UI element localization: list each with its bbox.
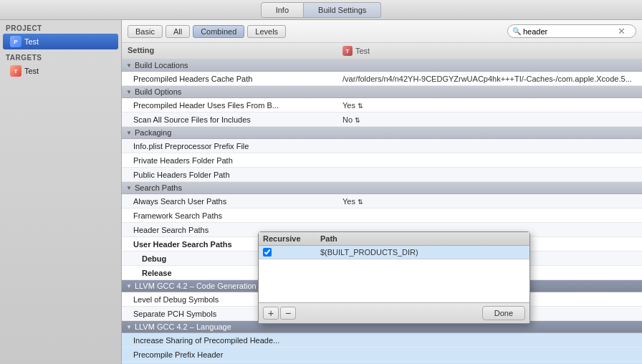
popup-path-0: $(BUILT_PRODUCTS_DIR): [320, 248, 525, 257]
setting-value-infoplist-prefix[interactable]: [337, 145, 642, 148]
section-label-llvm-language: LLVM GCC 4.2 – Language: [135, 322, 231, 331]
section-label-build-locations: Build Locations: [135, 61, 188, 70]
setting-name-infoplist-prefix: Info.plist Preprocessor Prefix File: [122, 140, 337, 152]
setting-value-framework-search[interactable]: [337, 214, 642, 217]
section-label-build-options: Build Options: [135, 87, 181, 96]
setting-value-header-search[interactable]: [337, 229, 642, 231]
filter-row: Basic All Combined Levels 🔍 ✕: [122, 20, 642, 43]
content-area: Basic All Combined Levels 🔍 ✕ Setting T …: [122, 20, 642, 364]
popup-done-button[interactable]: Done: [482, 306, 525, 320]
tab-info[interactable]: Info: [261, 2, 304, 18]
row-infoplist-prefix: Info.plist Preprocessor Prefix File: [122, 139, 642, 153]
triangle-build-locations: ▼: [126, 62, 132, 69]
row-precompile-prefix-header: Precompile Prefix Header: [122, 348, 642, 362]
filter-search-box: 🔍 ✕: [507, 24, 636, 38]
target-icon: T: [10, 65, 21, 77]
popup-table-header: Recursive Path: [259, 232, 530, 246]
th-setting: Setting: [122, 44, 337, 57]
setting-name-precompiled-header-uses: Precompiled Header Uses Files From B...: [122, 100, 337, 111]
setting-name-increase-sharing: Increase Sharing of Precompiled Heade...: [122, 335, 337, 346]
popup-add-button[interactable]: +: [263, 307, 279, 320]
section-search-paths[interactable]: ▼ Search Paths: [122, 182, 642, 194]
filter-clear-button[interactable]: ✕: [618, 26, 626, 37]
sidebar-item-target-test[interactable]: T Test: [0, 63, 121, 79]
th-value: Test: [355, 47, 370, 55]
filter-combined-button[interactable]: Combined: [193, 25, 244, 38]
triangle-search-paths: ▼: [126, 185, 132, 191]
popup-recursive-0: [263, 248, 320, 257]
popup-add-remove-buttons: + −: [263, 307, 296, 320]
sidebar-item-project-test[interactable]: P Test: [3, 34, 118, 49]
setting-value-increase-sharing[interactable]: [337, 339, 642, 342]
sidebar: PROJECT P Test TARGETS T Test: [0, 20, 122, 364]
th-test: T Test: [337, 44, 375, 57]
setting-name-public-headers: Public Headers Folder Path: [122, 169, 337, 181]
popup-overlay: Recursive Path $(BUILT_PRODUCTS_DIR) + −…: [258, 231, 530, 324]
filter-levels-button[interactable]: Levels: [247, 25, 286, 38]
project-icon: P: [10, 36, 21, 47]
row-precompiled-header-uses-files: Precompiled Header Uses Files From B... …: [122, 98, 642, 112]
section-build-locations[interactable]: ▼ Build Locations: [122, 59, 642, 72]
popup-checkbox-0[interactable]: [263, 248, 272, 257]
setting-value-precompiled-header-uses[interactable]: Yes ⇅: [337, 100, 642, 111]
triangle-llvm-language: ▼: [126, 324, 132, 330]
setting-value-scan-all-source[interactable]: No ⇅: [337, 114, 642, 125]
table-header-row: Setting T Test: [122, 43, 642, 59]
test-icon: T: [342, 46, 353, 56]
section-label-packaging: Packaging: [135, 128, 171, 137]
popup-footer: + − Done: [259, 302, 530, 323]
top-tabs-bar: Info Build Settings: [0, 0, 642, 20]
row-private-headers-folder: Private Headers Folder Path: [122, 153, 642, 168]
setting-value-precompile-prefix[interactable]: [337, 353, 642, 356]
setting-name-precompiled-headers-cache: Precompiled Headers Cache Path: [122, 73, 337, 85]
popup-row-0[interactable]: $(BUILT_PRODUCTS_DIR): [259, 246, 530, 259]
row-increase-sharing: Increase Sharing of Precompiled Heade...: [122, 333, 642, 348]
setting-value-precompiled-headers-cache[interactable]: /var/folders/n4/n42YH-9CEDGYZrwUACp4hk++…: [337, 73, 642, 85]
filter-all-button[interactable]: All: [166, 25, 190, 38]
project-section-header: PROJECT: [0, 20, 121, 34]
setting-name-scan-all-source: Scan All Source Files for Includes: [122, 114, 337, 125]
row-precompiled-headers-cache: Precompiled Headers Cache Path /var/fold…: [122, 72, 642, 86]
filter-basic-button[interactable]: Basic: [128, 25, 163, 38]
sidebar-project-label: Test: [24, 37, 39, 46]
filter-search-input[interactable]: [523, 27, 616, 36]
setting-value-private-headers[interactable]: [337, 159, 642, 162]
row-scan-all-source-files: Scan All Source Files for Includes No ⇅: [122, 112, 642, 127]
setting-name-precompile-prefix: Precompile Prefix Header: [122, 349, 337, 360]
tab-build-settings[interactable]: Build Settings: [304, 2, 381, 18]
sidebar-target-label: Test: [24, 67, 39, 75]
row-framework-search-paths: Framework Search Paths: [122, 209, 642, 223]
row-always-search-user-paths: Always Search User Paths Yes ⇅: [122, 194, 642, 209]
section-label-search-paths: Search Paths: [135, 183, 182, 192]
section-packaging[interactable]: ▼ Packaging: [122, 127, 642, 139]
triangle-build-options: ▼: [126, 89, 132, 95]
popup-remove-button[interactable]: −: [280, 307, 296, 320]
popup-th-path: Path: [320, 234, 525, 243]
setting-name-always-search: Always Search User Paths: [122, 196, 337, 207]
triangle-llvm-code-gen: ▼: [126, 283, 132, 289]
setting-value-public-headers[interactable]: [337, 173, 642, 176]
triangle-packaging: ▼: [126, 130, 132, 136]
targets-section-header: TARGETS: [0, 49, 121, 63]
section-label-llvm-code-gen: LLVM GCC 4.2 – Code Generation: [135, 282, 257, 290]
filter-search-icon: 🔍: [512, 27, 521, 35]
popup-empty-area: [259, 259, 530, 302]
setting-value-always-search[interactable]: Yes ⇅: [337, 196, 642, 207]
setting-name-private-headers: Private Headers Folder Path: [122, 155, 337, 166]
row-public-headers-folder: Public Headers Folder Path: [122, 168, 642, 182]
section-build-options[interactable]: ▼ Build Options: [122, 86, 642, 98]
setting-name-framework-search: Framework Search Paths: [122, 210, 337, 221]
main-layout: PROJECT P Test TARGETS T Test Basic All …: [0, 20, 642, 364]
popup-th-recursive: Recursive: [263, 234, 320, 243]
